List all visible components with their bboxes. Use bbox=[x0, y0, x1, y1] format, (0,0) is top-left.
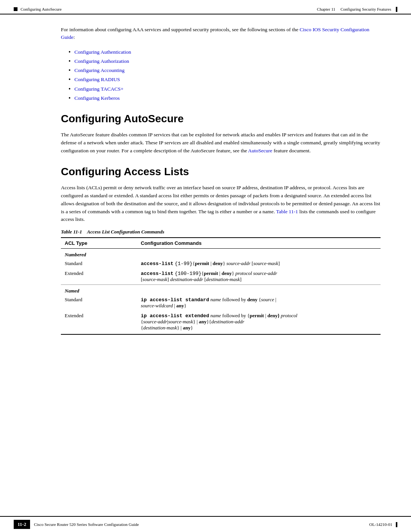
link-authorization[interactable]: Configuring Authorization bbox=[75, 58, 129, 65]
footer-left: 11-2 Cisco Secure Router 520 Series Soft… bbox=[14, 520, 139, 529]
table-row: Standard access-list {1-99}{permit | den… bbox=[61, 259, 381, 268]
page-header: Configuring AutoSecure Chapter 11 Config… bbox=[0, 0, 411, 14]
link-accounting[interactable]: Configuring Accounting bbox=[75, 67, 125, 74]
header-breadcrumb: Configuring AutoSecure bbox=[21, 7, 62, 11]
list-item: Configuring TACACS+ bbox=[68, 85, 381, 93]
acl-type-extended-named: Extended bbox=[61, 311, 137, 334]
table-title: Access List Configuration Commands bbox=[87, 229, 164, 235]
footer-doc-number: OL-14210-01 bbox=[369, 522, 392, 527]
command-standard-numbered: access-list {1-99}{permit | deny} source… bbox=[137, 259, 381, 268]
table-caption: Table 11-1 Access List Configuration Com… bbox=[61, 229, 381, 235]
section2-heading: Configuring Access Lists bbox=[61, 166, 381, 178]
footer-right: OL-14210-01 ▐ bbox=[369, 522, 397, 527]
list-item: Configuring Authentication bbox=[68, 48, 381, 56]
header-right: Chapter 11 Configuring Security Features… bbox=[317, 7, 397, 11]
table-row-group-named: Named bbox=[61, 285, 381, 295]
command-standard-named: ip access-list standard name followed by… bbox=[137, 295, 381, 311]
header-square-icon bbox=[14, 7, 18, 11]
table-row: Extended access-list {100-199}{permit | … bbox=[61, 268, 381, 285]
command-extended-named: ip access-list extended name followed by… bbox=[137, 311, 381, 334]
table-row: Standard ip access-list standard name fo… bbox=[61, 295, 381, 311]
bullet-list: Configuring Authentication Configuring A… bbox=[68, 48, 381, 102]
intro-text2: : bbox=[73, 34, 75, 40]
link-tacacs[interactable]: Configuring TACACS+ bbox=[75, 85, 124, 93]
table-number: Table 11-1 bbox=[61, 229, 82, 235]
header-left: Configuring AutoSecure bbox=[14, 7, 62, 11]
col-acl-type: ACL Type bbox=[61, 238, 137, 249]
intro-section: For information about configuring AAA se… bbox=[61, 26, 381, 42]
table-row: Extended ip access-list extended name fo… bbox=[61, 311, 381, 334]
header-chapter: Chapter 11 bbox=[317, 7, 335, 11]
link-radius[interactable]: Configuring RADIUS bbox=[75, 76, 120, 83]
table-header-row: ACL Type Configuration Commands bbox=[61, 238, 381, 249]
section1-text: The AutoSecure feature disables common I… bbox=[61, 132, 380, 153]
command-extended-numbered: access-list {100-199}{permit | deny} pro… bbox=[137, 268, 381, 285]
list-item: Configuring RADIUS bbox=[68, 76, 381, 83]
list-item: Configuring Kerberos bbox=[68, 94, 381, 102]
section1-body: The AutoSecure feature disables common I… bbox=[61, 131, 381, 155]
table-ref-link[interactable]: Table 11-1 bbox=[276, 209, 298, 214]
acl-type-standard: Standard bbox=[61, 259, 137, 268]
page: Configuring AutoSecure Chapter 11 Config… bbox=[0, 0, 411, 532]
page-footer: 11-2 Cisco Secure Router 520 Series Soft… bbox=[0, 516, 411, 532]
intro-text: For information about configuring AAA se… bbox=[61, 27, 299, 32]
header-chapter-title: Configuring Security Features bbox=[341, 7, 391, 11]
group-name-named: Named bbox=[61, 285, 137, 295]
acl-type-extended: Extended bbox=[61, 268, 137, 285]
table-row-group-numbered: Numbered bbox=[61, 249, 381, 259]
section2-body: Access lists (ACLs) permit or deny netwo… bbox=[61, 184, 381, 224]
config-table: ACL Type Configuration Commands Numbered… bbox=[61, 237, 381, 335]
group-name-numbered: Numbered bbox=[61, 249, 137, 259]
list-item: Configuring Authorization bbox=[68, 58, 381, 65]
col-config-commands: Configuration Commands bbox=[137, 238, 381, 249]
page-number: 11-2 bbox=[14, 520, 30, 529]
section1-heading: Configuring AutoSecure bbox=[61, 113, 381, 125]
acl-type-standard-named: Standard bbox=[61, 295, 137, 311]
link-kerberos[interactable]: Configuring Kerberos bbox=[75, 94, 120, 102]
link-authentication[interactable]: Configuring Authentication bbox=[75, 48, 131, 56]
section1-text2: feature document. bbox=[272, 148, 311, 153]
main-content: For information about configuring AAA se… bbox=[0, 18, 411, 516]
footer-title: Cisco Secure Router 520 Series Software … bbox=[34, 522, 139, 527]
list-item: Configuring Accounting bbox=[68, 67, 381, 74]
autosecure-link[interactable]: AutoSecure bbox=[248, 148, 272, 153]
